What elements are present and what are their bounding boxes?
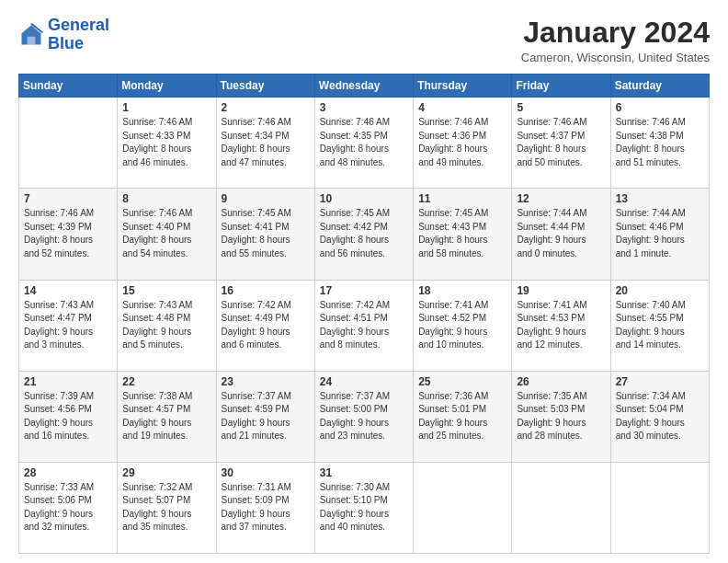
day-number: 31 [320, 466, 408, 479]
table-row: 13Sunrise: 7:44 AM Sunset: 4:46 PM Dayli… [610, 189, 709, 280]
day-number: 4 [418, 101, 506, 114]
table-row: 22Sunrise: 7:38 AM Sunset: 4:57 PM Dayli… [118, 371, 216, 462]
day-number: 16 [222, 284, 310, 297]
day-info: Sunrise: 7:31 AM Sunset: 5:09 PM Dayligh… [222, 481, 310, 534]
day-info: Sunrise: 7:46 AM Sunset: 4:37 PM Dayligh… [517, 116, 605, 169]
header-friday: Friday [512, 75, 610, 98]
table-row: 20Sunrise: 7:40 AM Sunset: 4:55 PM Dayli… [610, 280, 709, 371]
day-info: Sunrise: 7:33 AM Sunset: 5:06 PM Dayligh… [24, 481, 112, 534]
table-row: 19Sunrise: 7:41 AM Sunset: 4:53 PM Dayli… [512, 280, 610, 371]
day-number: 12 [517, 192, 605, 205]
day-number: 18 [418, 284, 506, 297]
table-row: 26Sunrise: 7:35 AM Sunset: 5:03 PM Dayli… [512, 371, 610, 462]
day-info: Sunrise: 7:42 AM Sunset: 4:49 PM Dayligh… [222, 299, 310, 352]
day-number: 5 [517, 101, 605, 114]
logo-line2: Blue [48, 34, 84, 52]
table-row: 30Sunrise: 7:31 AM Sunset: 5:09 PM Dayli… [216, 462, 314, 553]
day-info: Sunrise: 7:42 AM Sunset: 4:51 PM Dayligh… [320, 299, 408, 352]
table-row: 31Sunrise: 7:30 AM Sunset: 5:10 PM Dayli… [314, 462, 413, 553]
day-info: Sunrise: 7:30 AM Sunset: 5:10 PM Dayligh… [320, 481, 408, 534]
table-row: 27Sunrise: 7:34 AM Sunset: 5:04 PM Dayli… [610, 371, 709, 462]
table-row: 28Sunrise: 7:33 AM Sunset: 5:06 PM Dayli… [19, 462, 118, 553]
day-number: 8 [122, 192, 210, 205]
title-block: January 2024 Cameron, Wisconsin, United … [521, 17, 710, 64]
table-row: 6Sunrise: 7:46 AM Sunset: 4:38 PM Daylig… [610, 98, 709, 189]
table-row: 3Sunrise: 7:46 AM Sunset: 4:35 PM Daylig… [314, 98, 413, 189]
day-number: 11 [418, 192, 506, 205]
month-title: January 2024 [521, 17, 710, 49]
location: Cameron, Wisconsin, United States [521, 51, 710, 64]
day-info: Sunrise: 7:37 AM Sunset: 5:00 PM Dayligh… [320, 390, 408, 443]
day-number: 1 [122, 101, 210, 114]
calendar-table: Sunday Monday Tuesday Wednesday Thursday… [18, 74, 710, 554]
day-info: Sunrise: 7:43 AM Sunset: 4:47 PM Dayligh… [24, 299, 112, 352]
calendar-week-row: 21Sunrise: 7:39 AM Sunset: 4:56 PM Dayli… [19, 371, 710, 462]
table-row: 15Sunrise: 7:43 AM Sunset: 4:48 PM Dayli… [118, 280, 216, 371]
table-row: 12Sunrise: 7:44 AM Sunset: 4:44 PM Dayli… [512, 189, 610, 280]
day-number: 21 [24, 375, 112, 388]
header-saturday: Saturday [610, 75, 709, 98]
day-number: 28 [24, 466, 112, 479]
day-number: 26 [517, 375, 605, 388]
table-row [512, 462, 610, 553]
day-info: Sunrise: 7:46 AM Sunset: 4:36 PM Dayligh… [418, 116, 506, 169]
table-row: 25Sunrise: 7:36 AM Sunset: 5:01 PM Dayli… [414, 371, 512, 462]
day-number: 15 [122, 284, 210, 297]
day-info: Sunrise: 7:34 AM Sunset: 5:04 PM Dayligh… [616, 390, 704, 443]
table-row: 14Sunrise: 7:43 AM Sunset: 4:47 PM Dayli… [19, 280, 118, 371]
calendar-week-row: 7Sunrise: 7:46 AM Sunset: 4:39 PM Daylig… [19, 189, 710, 280]
day-info: Sunrise: 7:40 AM Sunset: 4:55 PM Dayligh… [616, 299, 704, 352]
day-info: Sunrise: 7:44 AM Sunset: 4:44 PM Dayligh… [517, 207, 605, 260]
day-info: Sunrise: 7:37 AM Sunset: 4:59 PM Dayligh… [222, 390, 310, 443]
table-row: 17Sunrise: 7:42 AM Sunset: 4:51 PM Dayli… [314, 280, 413, 371]
calendar-week-row: 14Sunrise: 7:43 AM Sunset: 4:47 PM Dayli… [19, 280, 710, 371]
day-number: 17 [320, 284, 408, 297]
day-info: Sunrise: 7:45 AM Sunset: 4:42 PM Dayligh… [320, 207, 408, 260]
table-row: 9Sunrise: 7:45 AM Sunset: 4:41 PM Daylig… [216, 189, 314, 280]
day-number: 7 [24, 192, 112, 205]
table-row: 5Sunrise: 7:46 AM Sunset: 4:37 PM Daylig… [512, 98, 610, 189]
day-info: Sunrise: 7:35 AM Sunset: 5:03 PM Dayligh… [517, 390, 605, 443]
day-number: 24 [320, 375, 408, 388]
table-row: 18Sunrise: 7:41 AM Sunset: 4:52 PM Dayli… [414, 280, 512, 371]
table-row: 2Sunrise: 7:46 AM Sunset: 4:34 PM Daylig… [216, 98, 314, 189]
day-info: Sunrise: 7:46 AM Sunset: 4:40 PM Dayligh… [122, 207, 210, 260]
svg-rect-2 [28, 37, 36, 45]
day-number: 29 [122, 466, 210, 479]
day-number: 23 [222, 375, 310, 388]
day-number: 10 [320, 192, 408, 205]
day-number: 20 [616, 284, 704, 297]
header-tuesday: Tuesday [216, 75, 314, 98]
calendar-week-row: 28Sunrise: 7:33 AM Sunset: 5:06 PM Dayli… [19, 462, 710, 553]
page: General Blue January 2024 Cameron, Wisco… [0, 0, 728, 563]
day-info: Sunrise: 7:46 AM Sunset: 4:35 PM Dayligh… [320, 116, 408, 169]
header-monday: Monday [118, 75, 216, 98]
day-info: Sunrise: 7:38 AM Sunset: 4:57 PM Dayligh… [122, 390, 210, 443]
header-sunday: Sunday [19, 75, 118, 98]
day-info: Sunrise: 7:46 AM Sunset: 4:33 PM Dayligh… [122, 116, 210, 169]
day-info: Sunrise: 7:41 AM Sunset: 4:53 PM Dayligh… [517, 299, 605, 352]
day-info: Sunrise: 7:46 AM Sunset: 4:38 PM Dayligh… [616, 116, 704, 169]
table-row: 7Sunrise: 7:46 AM Sunset: 4:39 PM Daylig… [19, 189, 118, 280]
table-row: 1Sunrise: 7:46 AM Sunset: 4:33 PM Daylig… [118, 98, 216, 189]
table-row: 16Sunrise: 7:42 AM Sunset: 4:49 PM Dayli… [216, 280, 314, 371]
table-row: 11Sunrise: 7:45 AM Sunset: 4:43 PM Dayli… [414, 189, 512, 280]
day-number: 19 [517, 284, 605, 297]
table-row: 10Sunrise: 7:45 AM Sunset: 4:42 PM Dayli… [314, 189, 413, 280]
day-info: Sunrise: 7:46 AM Sunset: 4:34 PM Dayligh… [222, 116, 310, 169]
day-info: Sunrise: 7:36 AM Sunset: 5:01 PM Dayligh… [418, 390, 506, 443]
table-row [610, 462, 709, 553]
calendar-header-row: Sunday Monday Tuesday Wednesday Thursday… [19, 75, 710, 98]
logo-icon [18, 22, 44, 48]
table-row: 29Sunrise: 7:32 AM Sunset: 5:07 PM Dayli… [118, 462, 216, 553]
header-wednesday: Wednesday [314, 75, 413, 98]
day-info: Sunrise: 7:45 AM Sunset: 4:43 PM Dayligh… [418, 207, 506, 260]
day-number: 25 [418, 375, 506, 388]
logo: General Blue [18, 17, 109, 53]
table-row: 23Sunrise: 7:37 AM Sunset: 4:59 PM Dayli… [216, 371, 314, 462]
day-info: Sunrise: 7:46 AM Sunset: 4:39 PM Dayligh… [24, 207, 112, 260]
day-number: 3 [320, 101, 408, 114]
table-row: 8Sunrise: 7:46 AM Sunset: 4:40 PM Daylig… [118, 189, 216, 280]
logo-line1: General [48, 16, 109, 34]
logo-text: General Blue [48, 17, 109, 53]
